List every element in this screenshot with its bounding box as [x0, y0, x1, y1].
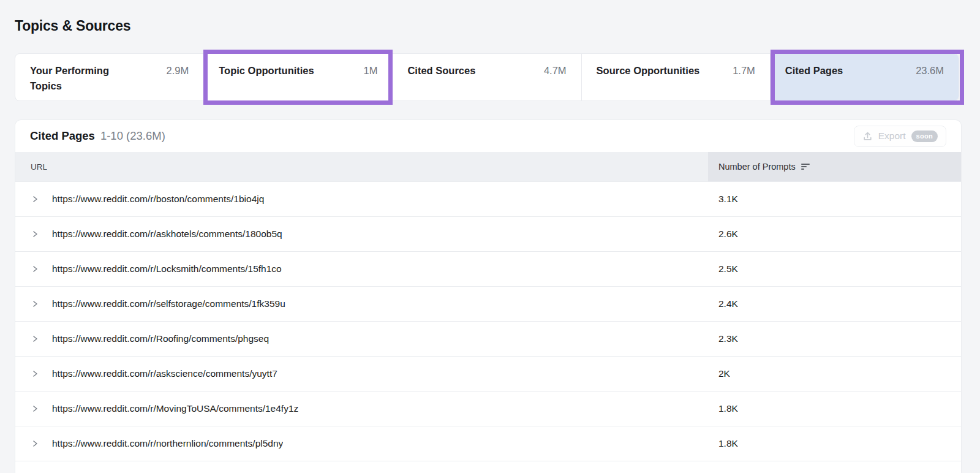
url-cell: https://www.reddit.com/r/askscience/comm…: [15, 368, 708, 379]
expand-row-button[interactable]: [31, 265, 40, 273]
cited-pages-card: Cited Pages1-10 (23.6M) Export soon URL …: [15, 119, 962, 473]
tab-value: 4.7M: [544, 63, 567, 78]
prompts-value: 2.3K: [708, 333, 961, 344]
export-button-label: Export: [878, 131, 906, 142]
url-cell: https://www.reddit.com/r/boston/comments…: [15, 194, 708, 205]
url-cell: https://www.reddit.com/r/Roofing/comment…: [15, 333, 708, 344]
url-text: https://www.reddit.com/r/askhotels/comme…: [52, 229, 282, 240]
tab-bar-wrap: Your Performing Topics 2.9M Topic Opport…: [15, 53, 959, 101]
expand-row-button[interactable]: [31, 369, 40, 378]
expand-row-button[interactable]: [31, 230, 40, 238]
card-title: Cited Pages: [30, 129, 95, 142]
tab-value: 1.7M: [733, 63, 755, 78]
table-row[interactable]: https://www.reddit.com/r/Roofing/comment…: [15, 321, 961, 356]
prompts-value: 2.4K: [708, 298, 961, 309]
expand-row-button[interactable]: [31, 195, 40, 203]
url-cell: https://www.reddit.com/r/selfstorage/com…: [15, 298, 708, 309]
tab-source-opportunities[interactable]: Source Opportunities 1.7M: [581, 54, 770, 100]
tab-cited-sources[interactable]: Cited Sources 4.7M: [392, 54, 581, 100]
tab-label: Topic Opportunities: [219, 63, 314, 78]
column-header-url-label: URL: [31, 162, 47, 172]
export-soon-badge: soon: [911, 131, 938, 142]
url-cell: https://www.reddit.com/r/askhotels/comme…: [15, 229, 708, 240]
tab-label: Cited Pages: [785, 63, 843, 78]
prompts-value: 2.6K: [708, 229, 961, 240]
url-text: https://www.reddit.com/r/boston/comments…: [52, 194, 264, 205]
expand-row-button[interactable]: [31, 300, 40, 308]
table-body: https://www.reddit.com/r/boston/comments…: [15, 181, 961, 473]
prompts-value: 2K: [708, 368, 961, 379]
card-range: 1-10 (23.6M): [100, 129, 165, 142]
url-text: https://www.reddit.com/r/MovingToUSA/com…: [52, 403, 298, 414]
expand-row-button[interactable]: [31, 404, 40, 413]
expand-row-button[interactable]: [31, 439, 40, 448]
page-title: Topics & Sources: [15, 18, 965, 34]
tab-label: Your Performing Topics: [30, 63, 128, 94]
upload-icon: [862, 131, 873, 142]
tab-bar: Your Performing Topics 2.9M Topic Opport…: [15, 53, 959, 101]
tab-label: Cited Sources: [407, 63, 475, 78]
prompts-value: 3.1K: [708, 194, 961, 205]
tab-your-performing-topics[interactable]: Your Performing Topics 2.9M: [15, 54, 203, 100]
table-row[interactable]: https://www.reddit.com/r/Locksmith/comme…: [15, 251, 961, 286]
tab-value: 1M: [363, 63, 377, 78]
url-text: https://www.reddit.com/r/askscience/comm…: [52, 368, 277, 379]
table-header-row: URL Number of Prompts: [15, 152, 961, 181]
prompts-value: 2.5K: [708, 263, 961, 274]
table-row[interactable]: https://www.reddit.com/r/selfstorage/com…: [15, 286, 961, 321]
url-cell: https://www.reddit.com/r/northernlion/co…: [15, 438, 708, 449]
sort-descending-icon: [801, 162, 810, 172]
tab-label: Source Opportunities: [597, 63, 700, 78]
table-row[interactable]: https://www.reddit.com/r/askscience/comm…: [15, 356, 961, 391]
url-text: https://www.reddit.com/r/northernlion/co…: [52, 438, 283, 449]
tab-topic-opportunities[interactable]: Topic Opportunities 1M: [203, 54, 392, 100]
table-row[interactable]: https://www.reddit.com/r/boston/comments…: [15, 181, 961, 216]
column-header-url: URL: [15, 152, 708, 181]
prompts-value: 1.8K: [708, 403, 961, 414]
table-row[interactable]: https://www.reddit.com/r/askhotels/comme…: [15, 216, 961, 251]
column-header-number-of-prompts[interactable]: Number of Prompts: [708, 152, 961, 181]
url-text: https://www.reddit.com/r/Locksmith/comme…: [52, 263, 282, 274]
card-title-group: Cited Pages1-10 (23.6M): [30, 129, 165, 143]
tab-value: 23.6M: [916, 63, 944, 78]
url-text: https://www.reddit.com/r/selfstorage/com…: [52, 298, 285, 309]
table-row-clipped: [15, 461, 961, 473]
url-cell: https://www.reddit.com/r/MovingToUSA/com…: [15, 403, 708, 414]
card-header: Cited Pages1-10 (23.6M) Export soon: [15, 120, 961, 152]
prompts-value: 1.8K: [708, 438, 961, 449]
tab-value: 2.9M: [167, 63, 189, 78]
export-button[interactable]: Export soon: [854, 126, 946, 147]
url-cell: https://www.reddit.com/r/Locksmith/comme…: [15, 263, 708, 274]
tab-cited-pages[interactable]: Cited Pages 23.6M: [770, 54, 959, 100]
table-row[interactable]: https://www.reddit.com/r/MovingToUSA/com…: [15, 391, 961, 426]
column-header-prompts-label: Number of Prompts: [718, 162, 796, 172]
url-text: https://www.reddit.com/r/Roofing/comment…: [52, 333, 269, 344]
expand-row-button[interactable]: [31, 335, 40, 343]
table-row[interactable]: https://www.reddit.com/r/northernlion/co…: [15, 426, 961, 461]
